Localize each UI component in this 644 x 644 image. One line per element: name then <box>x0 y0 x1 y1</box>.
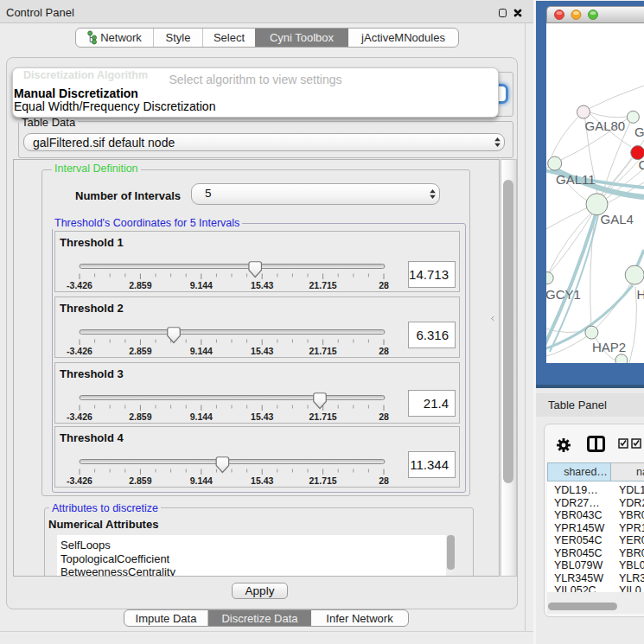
svg-text:-3.426: -3.426 <box>67 280 92 290</box>
svg-text:28: 28 <box>379 280 389 290</box>
svg-text:2.859: 2.859 <box>129 475 151 486</box>
svg-text:28: 28 <box>379 475 389 486</box>
svg-text:2.859: 2.859 <box>129 411 151 422</box>
svg-text:-3.426: -3.426 <box>67 475 92 486</box>
svg-text:9.144: 9.144 <box>190 475 213 486</box>
svg-text:HAP2: HAP2 <box>592 340 626 354</box>
svg-text:GA: GA <box>634 124 644 139</box>
svg-text:21.715: 21.715 <box>309 411 337 422</box>
svg-text:GAL4: GAL4 <box>601 212 634 226</box>
svg-text:2.859: 2.859 <box>129 280 151 290</box>
svg-text:28: 28 <box>379 411 389 422</box>
svg-text:15.43: 15.43 <box>251 346 273 356</box>
svg-text:GCY1: GCY1 <box>546 287 581 302</box>
svg-text:9.144: 9.144 <box>190 346 213 356</box>
svg-text:9.144: 9.144 <box>190 411 213 422</box>
svg-text:28: 28 <box>379 346 389 356</box>
svg-text:15.43: 15.43 <box>251 411 273 422</box>
svg-text:9.144: 9.144 <box>190 280 213 290</box>
svg-text:21.715: 21.715 <box>309 280 337 290</box>
svg-text:15.43: 15.43 <box>251 475 273 486</box>
svg-text:GAL80: GAL80 <box>585 118 626 133</box>
svg-text:-3.426: -3.426 <box>67 346 92 356</box>
svg-text:21.715: 21.715 <box>309 346 337 356</box>
svg-text:2.859: 2.859 <box>129 346 151 356</box>
svg-text:21.715: 21.715 <box>309 475 337 486</box>
svg-text:15.43: 15.43 <box>251 280 273 290</box>
svg-text:C: C <box>639 157 644 172</box>
svg-text:H: H <box>637 287 644 302</box>
svg-text:GAL11: GAL11 <box>556 172 596 187</box>
svg-text:-3.426: -3.426 <box>67 411 92 422</box>
